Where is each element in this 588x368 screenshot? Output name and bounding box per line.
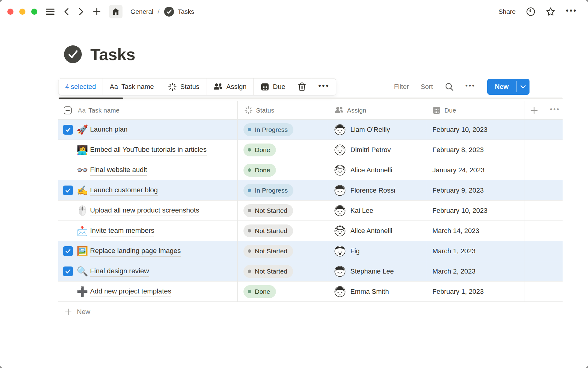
new-row-button[interactable]: New xyxy=(58,302,563,322)
assignee-name: Stephanie Lee xyxy=(350,267,394,275)
more-options-button[interactable]: ••• xyxy=(566,7,577,17)
column-header-assign[interactable]: Assign xyxy=(328,101,426,119)
nav-back-button[interactable] xyxy=(63,7,70,16)
due-cell[interactable]: January 24, 2023 xyxy=(426,160,525,180)
selection-more-button[interactable]: ••• xyxy=(312,79,336,95)
edit-due-button[interactable]: Due xyxy=(254,79,292,95)
status-cell[interactable]: Done xyxy=(237,140,328,160)
assign-cell[interactable]: Stephanie Lee xyxy=(328,261,426,281)
task-emoji[interactable]: 🔍 xyxy=(76,261,89,281)
new-button[interactable]: New xyxy=(487,79,516,95)
due-cell[interactable]: March 14, 2023 xyxy=(426,221,525,241)
updates-button[interactable] xyxy=(526,7,535,16)
row-checkbox[interactable] xyxy=(63,266,73,276)
status-cell[interactable]: In Progress xyxy=(237,120,328,140)
table-options-button[interactable]: ••• xyxy=(550,101,560,119)
task-title[interactable]: Add new project templates xyxy=(90,287,171,297)
share-button[interactable]: Share xyxy=(499,8,516,15)
due-cell[interactable]: February 1, 2023 xyxy=(426,282,525,301)
assign-cell[interactable]: Dimitri Petrov xyxy=(328,140,426,160)
page-title[interactable]: Tasks xyxy=(90,45,135,64)
sort-button[interactable]: Sort xyxy=(420,83,433,91)
assign-cell[interactable]: Florence Rossi xyxy=(328,180,426,200)
table-row: 🖱️ Upload all new product screenshots No… xyxy=(58,201,563,221)
view-more-button[interactable]: ••• xyxy=(466,82,476,91)
status-cell[interactable]: Done xyxy=(237,282,328,301)
due-cell[interactable]: February 10, 2023 xyxy=(426,120,525,140)
task-cell[interactable]: 🖼️ Replace landing page images xyxy=(58,241,237,261)
task-emoji[interactable]: 📩 xyxy=(76,221,89,241)
breadcrumb-page[interactable]: Tasks xyxy=(178,8,194,15)
table-hscrollbar-thumb[interactable] xyxy=(59,98,123,99)
task-cell[interactable]: 👓 Final website audit xyxy=(58,160,237,180)
delete-selected-button[interactable] xyxy=(292,79,312,95)
table-row: 📩 Invite team members Not Started Alice … xyxy=(58,221,563,241)
status-cell[interactable]: Not Started xyxy=(237,201,328,220)
due-cell[interactable]: March 2, 2023 xyxy=(426,261,525,281)
task-cell[interactable]: 🖱️ Upload all new product screenshots xyxy=(58,201,237,220)
edit-status-button[interactable]: Status xyxy=(161,79,206,95)
task-title[interactable]: Upload all new product screenshots xyxy=(90,206,199,216)
task-emoji[interactable]: 🚀 xyxy=(76,120,89,140)
home-button[interactable] xyxy=(109,5,123,18)
due-date: March 14, 2023 xyxy=(432,227,479,235)
status-cell[interactable]: Not Started xyxy=(237,241,328,261)
task-title[interactable]: Final website audit xyxy=(90,166,147,176)
task-cell[interactable]: 🚀 Launch plan xyxy=(58,120,237,140)
due-cell[interactable]: March 1, 2023 xyxy=(426,241,525,261)
edit-task-name-button[interactable]: Aa Task name xyxy=(103,79,161,95)
task-cell[interactable]: ✍️ Launch customer blog xyxy=(58,180,237,200)
assign-cell[interactable]: Kai Lee xyxy=(328,201,426,220)
task-title[interactable]: Final design review xyxy=(90,267,149,277)
task-cell[interactable]: 📩 Invite team members xyxy=(58,221,237,241)
status-cell[interactable]: Done xyxy=(237,160,328,180)
close-window-button[interactable] xyxy=(7,9,13,15)
task-emoji[interactable]: 🖱️ xyxy=(76,201,89,220)
due-cell[interactable]: February 8, 2023 xyxy=(426,140,525,160)
assign-cell[interactable]: Alice Antonelli xyxy=(328,160,426,180)
row-checkbox[interactable] xyxy=(63,246,73,256)
task-emoji[interactable]: 🖼️ xyxy=(76,241,89,261)
new-page-button[interactable] xyxy=(92,7,101,16)
status-cell[interactable]: Not Started xyxy=(237,221,328,241)
search-view-button[interactable] xyxy=(445,82,454,91)
add-column-button[interactable] xyxy=(530,101,538,119)
column-header-due[interactable]: Due xyxy=(426,101,525,119)
filter-button[interactable]: Filter xyxy=(394,83,409,91)
task-cell[interactable]: 🔍 Final design review xyxy=(58,261,237,281)
assign-cell[interactable]: Alice Antonelli xyxy=(328,221,426,241)
nav-forward-button[interactable] xyxy=(78,7,85,16)
task-title[interactable]: Replace landing page images xyxy=(90,247,181,257)
new-dropdown-button[interactable] xyxy=(517,79,530,95)
task-title[interactable]: Launch customer blog xyxy=(90,186,158,196)
due-cell[interactable]: February 10, 2023 xyxy=(426,201,525,220)
assign-cell[interactable]: Emma Smith xyxy=(328,282,426,301)
page-check-icon[interactable] xyxy=(63,45,82,64)
column-header-task-name[interactable]: Aa Task name xyxy=(58,101,237,119)
task-title[interactable]: Launch plan xyxy=(90,125,128,135)
task-emoji[interactable]: ➕ xyxy=(76,282,89,301)
status-cell[interactable]: In Progress xyxy=(237,180,328,200)
due-cell[interactable]: February 9, 2023 xyxy=(426,180,525,200)
row-checkbox[interactable] xyxy=(63,186,73,195)
sidebar-menu-button[interactable] xyxy=(46,8,55,15)
row-checkbox[interactable] xyxy=(63,125,73,135)
favorite-button[interactable] xyxy=(546,7,556,17)
select-all-checkbox[interactable] xyxy=(64,106,72,114)
selected-count-button[interactable]: 4 selected xyxy=(58,79,103,95)
task-title[interactable]: Embed all YouTube tutorials in articles xyxy=(90,146,207,155)
breadcrumb-workspace[interactable]: General xyxy=(130,8,153,15)
assign-cell[interactable]: Fig xyxy=(328,241,426,261)
maximize-window-button[interactable] xyxy=(31,9,37,15)
edit-assign-button[interactable]: Assign xyxy=(206,79,254,95)
task-cell[interactable]: ➕ Add new project templates xyxy=(58,282,237,301)
task-cell[interactable]: 👩‍💻 Embed all YouTube tutorials in artic… xyxy=(58,140,237,160)
task-emoji[interactable]: 👓 xyxy=(76,160,89,180)
assign-cell[interactable]: Liam O’Reilly xyxy=(328,120,426,140)
status-cell[interactable]: Not Started xyxy=(237,261,328,281)
task-emoji[interactable]: ✍️ xyxy=(76,180,89,200)
task-emoji[interactable]: 👩‍💻 xyxy=(76,140,89,160)
task-title[interactable]: Invite team members xyxy=(90,227,154,236)
minimize-window-button[interactable] xyxy=(19,9,25,15)
column-header-status[interactable]: Status xyxy=(237,101,328,119)
